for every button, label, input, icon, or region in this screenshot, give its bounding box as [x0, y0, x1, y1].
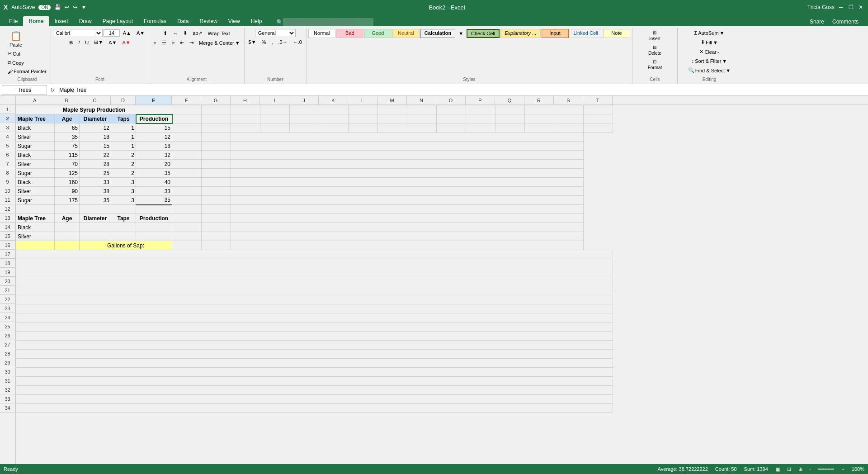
- comma-btn[interactable]: ,: [269, 38, 275, 46]
- style-normal[interactable]: Normal: [308, 29, 335, 38]
- cell-rest-14[interactable]: [231, 223, 584, 232]
- row-header-2[interactable]: 2: [0, 114, 15, 123]
- cell-j3[interactable]: [290, 123, 319, 133]
- cell-f12[interactable]: [172, 205, 202, 214]
- style-check-cell[interactable]: Check Cell: [467, 29, 500, 38]
- name-box[interactable]: [2, 85, 47, 95]
- cell-row31[interactable]: [16, 377, 613, 386]
- cell-r3[interactable]: [525, 123, 554, 133]
- cell-a15[interactable]: Silver: [16, 232, 55, 241]
- cell-f3[interactable]: [172, 123, 202, 133]
- row-header-26[interactable]: 26: [0, 331, 15, 340]
- close-btn[interactable]: ✕: [857, 4, 864, 11]
- col-header-n[interactable]: N: [407, 96, 436, 104]
- col-header-j[interactable]: J: [289, 96, 319, 104]
- style-note[interactable]: Note: [603, 29, 630, 38]
- align-middle-btn[interactable]: ↔: [170, 29, 180, 38]
- cell-a14[interactable]: Black: [16, 223, 55, 232]
- cell-b4[interactable]: 35: [55, 133, 80, 142]
- cell-f7[interactable]: [172, 160, 202, 169]
- cell-p1[interactable]: [466, 105, 495, 114]
- grid-scroll[interactable]: Maple Syrup Production: [16, 105, 868, 474]
- cell-b2[interactable]: Age: [55, 114, 80, 123]
- cell-b16[interactable]: [55, 241, 80, 250]
- autosave-toggle[interactable]: ON: [38, 5, 51, 10]
- cell-rest-8[interactable]: [231, 169, 584, 178]
- cell-d15[interactable]: [111, 232, 136, 241]
- row-header-9[interactable]: 9: [0, 177, 15, 186]
- row-header-12[interactable]: 12: [0, 204, 15, 213]
- cell-rest-9[interactable]: [231, 178, 584, 187]
- cell-d12[interactable]: [111, 205, 136, 214]
- cell-n2[interactable]: [407, 114, 437, 123]
- cell-i1[interactable]: [260, 105, 290, 114]
- cell-h1[interactable]: [231, 105, 260, 114]
- cell-c6[interactable]: 22: [80, 151, 111, 160]
- zoom-slider[interactable]: ━━━━━: [818, 466, 834, 472]
- cell-row24[interactable]: [16, 313, 613, 322]
- cell-row23[interactable]: [16, 304, 613, 313]
- merge-center-btn[interactable]: Merge & Center ▼: [197, 39, 242, 47]
- cell-row20[interactable]: [16, 277, 613, 286]
- col-header-c[interactable]: C: [79, 96, 111, 104]
- cell-a2[interactable]: Maple Tree: [16, 114, 55, 123]
- cell-o1[interactable]: [437, 105, 466, 114]
- cell-a7[interactable]: Silver: [16, 160, 55, 169]
- col-header-l[interactable]: L: [348, 96, 377, 104]
- tab-insert[interactable]: Insert: [49, 16, 74, 26]
- cell-b12[interactable]: [55, 205, 80, 214]
- undo-icon[interactable]: ↩: [65, 4, 69, 10]
- redo-icon[interactable]: ↪: [73, 4, 77, 10]
- cell-f15[interactable]: [172, 232, 202, 241]
- cell-a5[interactable]: Sugar: [16, 142, 55, 151]
- cell-g11[interactable]: [202, 196, 231, 205]
- cell-d6[interactable]: 2: [111, 151, 136, 160]
- find-select-button[interactable]: 🔍 Find & Select ▼: [686, 66, 733, 75]
- row-header-29[interactable]: 29: [0, 358, 15, 367]
- cell-g3[interactable]: [202, 123, 231, 133]
- row-header-28[interactable]: 28: [0, 349, 15, 358]
- cell-g7[interactable]: [202, 160, 231, 169]
- row-header-15[interactable]: 15: [0, 232, 15, 241]
- cell-f1[interactable]: [172, 105, 202, 114]
- search-input[interactable]: [283, 18, 373, 26]
- cell-n1[interactable]: [407, 105, 437, 114]
- cell-h2[interactable]: [231, 114, 260, 123]
- cell-f2[interactable]: [172, 114, 202, 123]
- increase-indent-btn[interactable]: ⇥: [187, 38, 196, 47]
- col-header-s[interactable]: S: [554, 96, 583, 104]
- clear-button[interactable]: ✕ Clear -: [697, 47, 721, 56]
- style-calculation[interactable]: Calculation: [420, 29, 455, 38]
- cell-d5[interactable]: 1: [111, 142, 136, 151]
- border-button[interactable]: ⊞▼: [92, 38, 105, 47]
- cell-e11[interactable]: 35: [136, 196, 172, 205]
- cell-c8[interactable]: 25: [80, 169, 111, 178]
- cell-rest-10[interactable]: [231, 187, 584, 196]
- cell-p3[interactable]: [466, 123, 495, 133]
- cell-g9[interactable]: [202, 178, 231, 187]
- cell-l3[interactable]: [349, 123, 378, 133]
- corner-cell[interactable]: [0, 96, 16, 104]
- cell-f16[interactable]: [172, 241, 202, 250]
- zoom-out-icon[interactable]: -: [810, 466, 811, 472]
- percent-btn[interactable]: %: [259, 38, 269, 46]
- row-header-8[interactable]: 8: [0, 168, 15, 177]
- cell-b9[interactable]: 160: [55, 178, 80, 187]
- row-header-16[interactable]: 16: [0, 241, 15, 250]
- cell-e15[interactable]: [136, 232, 172, 241]
- cell-m3[interactable]: [378, 123, 407, 133]
- row-header-14[interactable]: 14: [0, 223, 15, 232]
- cell-a6[interactable]: Black: [16, 151, 55, 160]
- cell-e12[interactable]: [136, 205, 172, 214]
- row-header-24[interactable]: 24: [0, 313, 15, 322]
- copy-button[interactable]: ⧉ Copy: [5, 58, 26, 67]
- share-button[interactable]: Share: [807, 17, 826, 26]
- cell-e14[interactable]: [136, 223, 172, 232]
- currency-btn[interactable]: $▼: [246, 38, 259, 46]
- increase-font-btn[interactable]: A▲: [121, 29, 133, 37]
- cell-e7[interactable]: 20: [136, 160, 172, 169]
- cell-g12[interactable]: [202, 205, 231, 214]
- cell-row19[interactable]: [16, 268, 613, 277]
- cell-g14[interactable]: [202, 223, 231, 232]
- autosum-button[interactable]: Σ AutoSum ▼: [692, 29, 726, 37]
